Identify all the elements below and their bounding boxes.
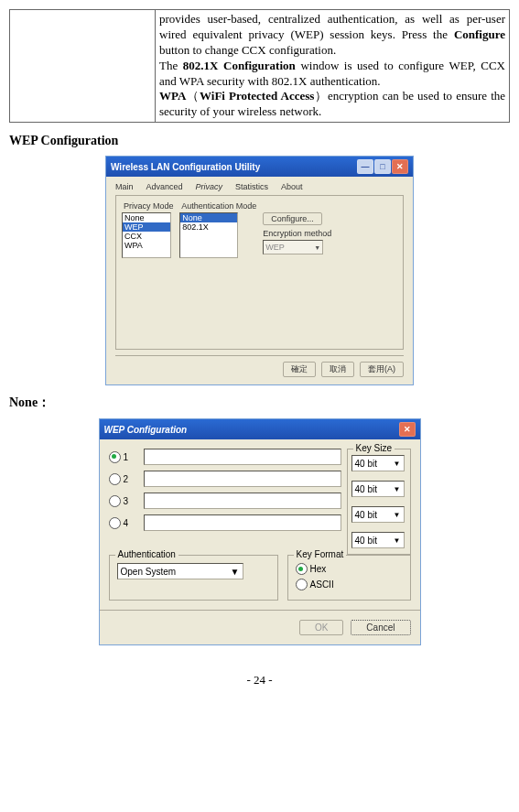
label: Hex [310, 564, 327, 574]
label: 4 [124, 518, 129, 528]
label: 2 [124, 474, 129, 484]
section-sub: None： [9, 395, 510, 411]
bold: 802.1X Configuration [183, 59, 296, 72]
tab-statistics[interactable]: Statistics [235, 182, 268, 193]
combo-value: WEP [265, 243, 285, 252]
apply-button[interactable]: 套用(A) [360, 362, 404, 377]
key-radio-1[interactable]: 1 [109, 451, 136, 463]
titlebar[interactable]: WEP Configuration ✕ [100, 419, 420, 439]
desc-paragraph-2: The 802.1X Configuration window is used … [159, 59, 505, 90]
radio-icon [296, 563, 308, 575]
key-format-fieldset: Key Format Hex ASCII [287, 555, 411, 601]
bold: WPA [159, 89, 186, 103]
tabs: Main Advanced Privacy Statistics About [106, 177, 413, 193]
key-radio-2[interactable]: 2 [109, 473, 136, 485]
chevron-down-icon: ▼ [314, 244, 320, 251]
chevron-down-icon: ▼ [394, 511, 401, 519]
list-item[interactable]: WPA [123, 241, 170, 250]
combo-value: Open System [121, 567, 177, 577]
wlan-utility-window: Wireless LAN Configuration Utility — □ ✕… [105, 156, 414, 385]
encryption-label: Encryption method [263, 229, 331, 238]
key-format-legend: Key Format [294, 549, 347, 559]
radio-icon [109, 517, 121, 529]
key-size-combo-3[interactable]: 40 bit▼ [351, 506, 405, 523]
page-number: - 24 - [9, 673, 510, 687]
ok-button[interactable]: 確定 [283, 362, 316, 377]
description-table: provides user-based, centralized authent… [9, 9, 510, 123]
key-input-1[interactable] [144, 449, 341, 465]
radio-icon [109, 495, 121, 507]
close-icon[interactable]: ✕ [399, 422, 416, 437]
label: ASCII [310, 579, 334, 590]
tab-body: Privacy Mode None WEP CCX WPA Authentica… [115, 195, 404, 350]
radio-icon [109, 473, 121, 485]
configure-button[interactable]: Configure... [263, 212, 322, 225]
desc-paragraph-3: WPA（WiFi Protected Access）encryption can… [159, 89, 505, 120]
list-item[interactable]: CCX [123, 232, 170, 241]
wep-config-window: WEP Configuration ✕ 1 2 3 4 Key [99, 418, 421, 645]
text: The [159, 59, 183, 72]
list-item[interactable]: 802.1X [180, 222, 237, 232]
combo-value: 40 bit [355, 484, 377, 494]
radio-icon [109, 451, 121, 463]
privacy-mode-group: Privacy Mode None WEP CCX WPA [122, 201, 174, 258]
dialog-button-row: 確定 取消 套用(A) [106, 356, 413, 384]
ok-button[interactable]: OK [299, 620, 343, 635]
privacy-mode-list[interactable]: None WEP CCX WPA [122, 212, 171, 258]
wep-body: 1 2 3 4 Key Size 40 bit▼ 40 bit▼ 40 b [100, 439, 420, 610]
authentication-combo[interactable]: Open System ▼ [117, 563, 243, 579]
tab-about[interactable]: About [281, 182, 303, 193]
section-heading: WEP Configuration [9, 134, 510, 148]
key-input-4[interactable] [144, 514, 341, 531]
wep-button-row: OK Cancel [100, 611, 420, 644]
auth-mode-group: Authentication Mode None 802.1X [179, 201, 256, 258]
key-input-2[interactable] [144, 471, 341, 487]
combo-value: 40 bit [355, 536, 377, 546]
window-title: Wireless LAN Configuration Utility [111, 162, 260, 172]
label: 1 [124, 452, 129, 462]
tab-privacy[interactable]: Privacy [196, 182, 223, 193]
bold: WiFi Protected Access [200, 89, 314, 103]
label: 3 [124, 496, 129, 506]
cancel-button[interactable]: Cancel [351, 620, 410, 635]
chevron-down-icon: ▼ [394, 460, 401, 468]
key-size-combo-2[interactable]: 40 bit▼ [351, 481, 405, 497]
list-item[interactable]: None [123, 213, 170, 222]
radio-icon [296, 579, 308, 590]
desc-paragraph-1: provides user-based, centralized authent… [159, 12, 505, 59]
key-size-combo-1[interactable]: 40 bit▼ [351, 455, 405, 471]
key-radio-3[interactable]: 3 [109, 495, 136, 507]
titlebar[interactable]: Wireless LAN Configuration Utility — □ ✕ [106, 157, 413, 177]
right-controls: Configure... Encryption method WEP ▼ [263, 201, 331, 254]
combo-value: 40 bit [355, 510, 377, 520]
ascii-radio[interactable]: ASCII [296, 579, 403, 590]
auth-mode-label: Authentication Mode [181, 201, 256, 211]
chevron-down-icon: ▼ [394, 536, 401, 545]
privacy-mode-label: Privacy Mode [124, 201, 174, 211]
window-title: WEP Configuration [104, 425, 188, 435]
tab-advanced[interactable]: Advanced [146, 182, 183, 193]
key-size-legend: Key Size [353, 443, 395, 453]
key-radio-4[interactable]: 4 [109, 517, 136, 529]
authentication-legend: Authentication [115, 549, 178, 559]
key-input-3[interactable] [144, 493, 341, 509]
text: （ [186, 89, 200, 103]
authentication-fieldset: Authentication Open System ▼ [109, 555, 278, 601]
list-item[interactable]: WEP [123, 222, 170, 232]
chevron-down-icon: ▼ [231, 567, 240, 577]
desc-left-cell [10, 10, 156, 123]
desc-right-cell: provides user-based, centralized authent… [156, 10, 510, 123]
list-item[interactable]: None [180, 213, 237, 222]
key-size-combo-4[interactable]: 40 bit▼ [351, 532, 405, 548]
cancel-button[interactable]: 取消 [321, 362, 354, 377]
text: button to change CCX configuration. [159, 43, 336, 57]
chevron-down-icon: ▼ [394, 485, 401, 493]
close-icon[interactable]: ✕ [392, 159, 408, 174]
auth-mode-list[interactable]: None 802.1X [179, 212, 238, 258]
maximize-icon[interactable]: □ [374, 159, 391, 174]
configure-bold: Configure [454, 27, 505, 41]
encryption-combo[interactable]: WEP ▼ [263, 240, 323, 254]
tab-main[interactable]: Main [115, 182, 134, 193]
hex-radio[interactable]: Hex [296, 563, 403, 575]
minimize-icon[interactable]: — [357, 159, 373, 174]
